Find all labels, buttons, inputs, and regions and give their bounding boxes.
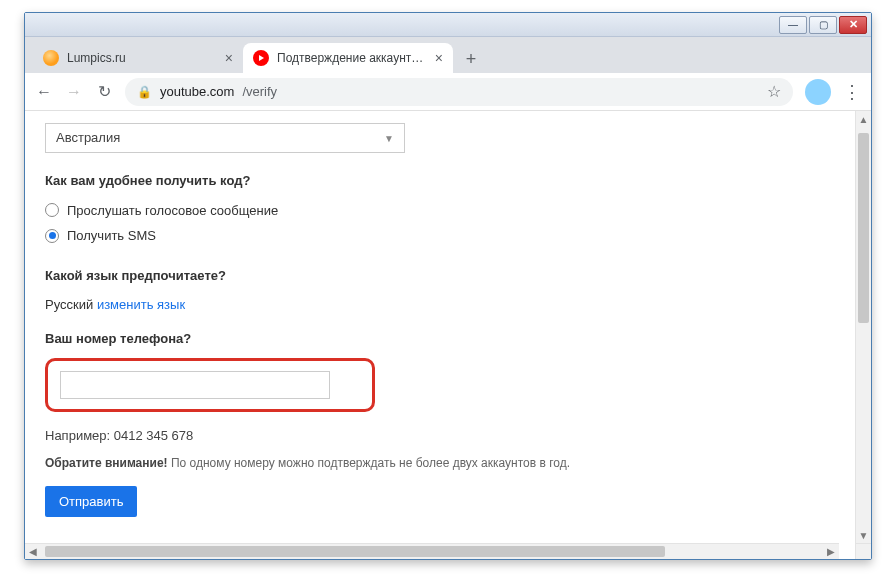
tab-lumpics[interactable]: Lumpics.ru × [33, 43, 243, 73]
language-value: Русский [45, 297, 93, 312]
scroll-track[interactable] [856, 127, 871, 527]
reload-button[interactable]: ↻ [95, 82, 113, 101]
lock-icon: 🔒 [137, 85, 152, 99]
scroll-thumb[interactable] [45, 546, 665, 557]
tab-close-icon[interactable]: × [225, 51, 233, 65]
back-button[interactable]: ← [35, 83, 53, 101]
viewport: Австралия ▼ Как вам удобнее получить код… [25, 111, 871, 543]
scroll-left-arrow-icon[interactable]: ◀ [25, 544, 41, 559]
tab-title: Lumpics.ru [67, 51, 217, 65]
scroll-up-arrow-icon[interactable]: ▲ [856, 111, 871, 127]
profile-avatar[interactable] [805, 79, 831, 105]
language-row: Русский изменить язык [45, 295, 835, 315]
scroll-right-arrow-icon[interactable]: ▶ [823, 544, 839, 559]
scroll-thumb[interactable] [858, 133, 869, 323]
window-titlebar: — ▢ ✕ [25, 13, 871, 37]
tab-title: Подтверждение аккаунта - You [277, 51, 427, 65]
radio-label: Получить SMS [67, 226, 156, 246]
tab-youtube-verify[interactable]: Подтверждение аккаунта - You × [243, 43, 453, 73]
phone-example: Например: 0412 345 678 [45, 426, 835, 446]
phone-input[interactable] [60, 371, 330, 399]
phone-limit-note: Обратите внимание! По одному номеру можн… [45, 454, 835, 472]
question-language: Какой язык предпочитаете? [45, 266, 835, 286]
radio-option-sms[interactable]: Получить SMS [45, 226, 835, 246]
radio-icon [45, 203, 59, 217]
lumpics-favicon-icon [43, 50, 59, 66]
submit-button[interactable]: Отправить [45, 486, 137, 517]
new-tab-button[interactable]: + [457, 45, 485, 73]
address-bar[interactable]: 🔒 youtube.com/verify ☆ [125, 78, 793, 106]
radio-label: Прослушать голосовое сообщение [67, 201, 278, 221]
window-maximize-button[interactable]: ▢ [809, 16, 837, 34]
tab-strip: Lumpics.ru × Подтверждение аккаунта - Yo… [25, 37, 871, 73]
forward-button[interactable]: → [65, 83, 83, 101]
window-close-button[interactable]: ✕ [839, 16, 867, 34]
url-path: /verify [242, 84, 277, 99]
url-domain: youtube.com [160, 84, 234, 99]
radio-checked-icon [45, 229, 59, 243]
window-minimize-button[interactable]: — [779, 16, 807, 34]
browser-menu-button[interactable]: ⋮ [843, 81, 861, 103]
country-select[interactable]: Австралия ▼ [45, 123, 405, 153]
page-content: Австралия ▼ Как вам удобнее получить код… [25, 111, 855, 543]
phone-highlight-annotation [45, 358, 375, 412]
youtube-favicon-icon [253, 50, 269, 66]
question-code-delivery: Как вам удобнее получить код? [45, 171, 835, 191]
scroll-track[interactable] [41, 544, 823, 559]
change-language-link[interactable]: изменить язык [97, 297, 185, 312]
radio-option-voice[interactable]: Прослушать голосовое сообщение [45, 201, 835, 221]
scrollbar-corner [855, 543, 871, 559]
caret-down-icon: ▼ [384, 131, 394, 146]
vertical-scrollbar[interactable]: ▲ ▼ [855, 111, 871, 543]
scroll-down-arrow-icon[interactable]: ▼ [856, 527, 871, 543]
tab-close-icon[interactable]: × [435, 51, 443, 65]
country-selected-value: Австралия [56, 128, 120, 148]
browser-window: — ▢ ✕ Lumpics.ru × Подтверждение аккаунт… [24, 12, 872, 560]
horizontal-scrollbar[interactable]: ◀ ▶ [25, 543, 839, 559]
question-phone: Ваш номер телефона? [45, 329, 835, 349]
toolbar: ← → ↻ 🔒 youtube.com/verify ☆ ⋮ [25, 73, 871, 111]
bookmark-star-icon[interactable]: ☆ [767, 82, 781, 101]
